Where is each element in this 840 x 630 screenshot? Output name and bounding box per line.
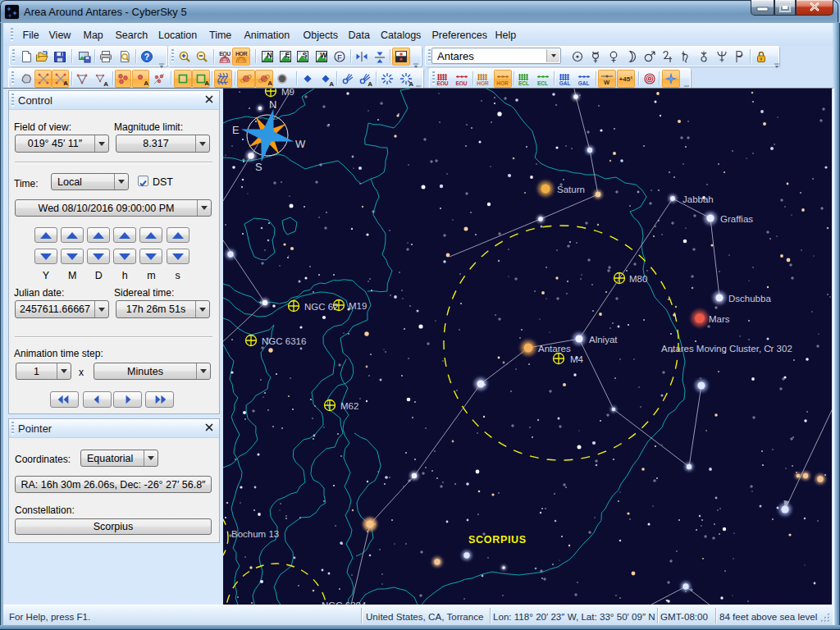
svg-text:S: S: [302, 50, 307, 58]
svg-text:M80: M80: [629, 274, 647, 284]
svg-text:ECL: ECL: [537, 80, 548, 85]
svg-text:W: W: [320, 50, 327, 58]
svg-text:M62: M62: [340, 401, 358, 411]
svg-text:ECL: ECL: [518, 80, 529, 85]
svg-text:N: N: [269, 98, 276, 111]
svg-text:Antares: Antares: [538, 344, 571, 354]
svg-text:N: N: [267, 50, 272, 58]
svg-text:HOR: HOR: [496, 80, 509, 85]
svg-text:EQU: EQU: [219, 50, 231, 57]
svg-text:Bochum 13: Bochum 13: [231, 529, 279, 539]
svg-text:Graffias: Graffias: [720, 214, 753, 224]
svg-text:HOR: HOR: [235, 50, 248, 56]
svg-text:Dschubba: Dschubba: [728, 294, 771, 304]
svg-text:W: W: [295, 138, 306, 150]
svg-text:NGC 62: NGC 62: [304, 302, 339, 312]
svg-text:GAL: GAL: [578, 80, 590, 85]
svg-text:E: E: [285, 50, 290, 58]
svg-text:Jabbah: Jabbah: [682, 194, 714, 204]
svg-text:M9: M9: [281, 89, 294, 97]
svg-text:GAL: GAL: [559, 80, 571, 85]
svg-text:SCORPIUS: SCORPIUS: [468, 534, 527, 546]
svg-text:W: W: [604, 79, 610, 85]
svg-text:EQU: EQU: [436, 80, 448, 85]
svg-text:?: ?: [144, 52, 149, 62]
svg-text:Antares Moving Cluster, Cr 302: Antares Moving Cluster, Cr 302: [661, 344, 792, 354]
svg-text:EQU: EQU: [455, 80, 467, 85]
svg-text:HOR: HOR: [477, 80, 489, 85]
svg-text:+45°: +45°: [619, 75, 632, 83]
svg-text:M4: M4: [570, 354, 584, 364]
svg-text:S: S: [255, 161, 262, 173]
svg-text:F: F: [337, 52, 342, 61]
svg-text:NGC 6316: NGC 6316: [262, 336, 306, 346]
svg-text:E: E: [232, 124, 240, 136]
svg-text:M19: M19: [349, 301, 367, 311]
svg-text:Alniyat: Alniyat: [589, 335, 618, 345]
svg-text:NGC 6304: NGC 6304: [322, 600, 367, 605]
svg-text:Saturn: Saturn: [557, 185, 585, 194]
svg-text:Mars: Mars: [709, 314, 730, 324]
